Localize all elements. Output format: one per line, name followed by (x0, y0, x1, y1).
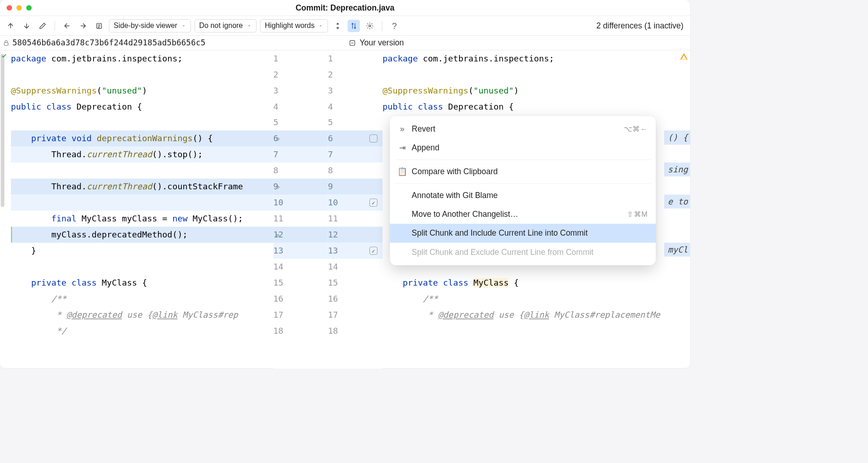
chevron-down-icon (318, 23, 323, 28)
line-number: 11 (273, 211, 328, 227)
settings-button[interactable] (364, 20, 376, 32)
code-line[interactable]: public class Deprecation { (11, 99, 273, 115)
line-number: 18 (273, 323, 328, 339)
code-line[interactable]: public class Deprecation { (383, 99, 690, 115)
code-line[interactable] (11, 163, 273, 179)
revert-icon: » (398, 124, 407, 134)
code-line[interactable]: myClass.deprecatedMethod(); (11, 226, 273, 243)
line-number: 15 (328, 275, 383, 291)
line-number: 5 (328, 115, 383, 131)
chevron-down-icon (181, 23, 186, 28)
warning-icon (680, 52, 687, 60)
line-number: 18 (328, 323, 383, 339)
line-number: 9 (328, 179, 383, 195)
menu-item-label: Move to Another Changelist… (412, 209, 518, 219)
line-number: 13 (328, 243, 383, 259)
code-line[interactable]: package com.jetbrains.inspections; (383, 50, 690, 66)
menu-item[interactable]: ⇥Append (390, 138, 656, 157)
include-chunk-checkbox[interactable] (369, 134, 377, 142)
highlight-select[interactable]: Highlight words (260, 19, 328, 33)
line-number: 1 (328, 50, 383, 66)
line-number: 6 (328, 131, 383, 147)
menu-item[interactable]: Split Chunk and Include Current Line int… (390, 224, 656, 243)
line-number: 3 (273, 83, 328, 99)
divider (55, 21, 55, 31)
line-number: 10 (273, 195, 328, 211)
include-chunk-checkbox[interactable] (369, 198, 377, 206)
prev-diff-button[interactable] (5, 20, 17, 32)
menu-item[interactable]: Annotate with Git Blame (390, 186, 656, 204)
menu-item[interactable]: 📋Compare with Clipboard (390, 162, 656, 181)
line-number: 17 (273, 307, 328, 323)
code-line[interactable]: Thread.currentThread().stop(); (11, 147, 273, 163)
apply-chunk-icon[interactable]: » (275, 134, 280, 143)
code-line[interactable]: final MyClass myClass = new MyClass(); (11, 211, 273, 227)
line-number: 7 (273, 147, 328, 163)
code-line[interactable]: private class MyClass { (383, 275, 690, 291)
titlebar: Commit: Deprecation.java (0, 0, 690, 16)
code-peek: sing (664, 163, 690, 176)
line-number: 12 (328, 226, 383, 243)
include-chunk-checkbox[interactable] (369, 247, 377, 254)
ignore-select[interactable]: Do not ignore (194, 19, 256, 33)
code-line[interactable]: /** (383, 291, 690, 307)
code-line[interactable]: @SuppressWarnings("unused") (383, 83, 690, 99)
menu-item-label: Revert (412, 124, 435, 134)
svg-rect-2 (4, 43, 8, 45)
left-pane[interactable]: package com.jetbrains.inspections;@Suppr… (0, 50, 273, 368)
line-number: 12» (273, 226, 328, 243)
help-button[interactable]: ? (388, 20, 401, 32)
code-line[interactable]: Thread.currentThread().countStackFrame (11, 179, 273, 195)
edit-button[interactable] (37, 20, 49, 32)
pane-headers: 580546b6a6a3d78c73b6f244d29185ad5b6656c5… (0, 36, 690, 50)
apply-chunk-icon[interactable]: » (275, 182, 280, 191)
maximize-icon[interactable] (26, 5, 32, 11)
window-title: Commit: Deprecation.java (296, 3, 395, 13)
code-peek: myCl (664, 243, 690, 256)
code-line[interactable]: /** (11, 291, 273, 307)
code-line[interactable]: private class MyClass { (11, 275, 273, 291)
code-line[interactable] (11, 66, 273, 83)
code-line[interactable]: * @deprecated use {@link MyClass#replace… (383, 307, 690, 323)
gear-icon (366, 22, 374, 29)
next-diff-button[interactable] (21, 20, 33, 32)
toolbar: Side-by-side viewer Do not ignore Highli… (0, 16, 690, 36)
code-line[interactable]: private void deprecationWarnings() { (11, 131, 273, 147)
collapse-button[interactable] (332, 20, 344, 32)
line-number: 14 (273, 259, 328, 275)
code-line[interactable]: @SuppressWarnings("unused") (11, 83, 273, 99)
code-line[interactable] (11, 115, 273, 131)
viewer-mode-select[interactable]: Side-by-side viewer (109, 19, 191, 33)
list-button[interactable] (93, 20, 105, 32)
code-line[interactable] (11, 259, 273, 275)
menu-item[interactable]: Move to Another Changelist…⇧⌘M (390, 205, 656, 224)
chevron-down-icon (247, 23, 252, 28)
code-line[interactable]: */ (11, 323, 273, 339)
apply-chunk-icon[interactable]: » (275, 230, 280, 239)
menu-separator (394, 160, 651, 160)
right-pane[interactable]: package com.jetbrains.inspections;@Suppr… (383, 50, 690, 368)
forward-button[interactable] (77, 20, 89, 32)
code-line[interactable]: package com.jetbrains.inspections; (11, 50, 273, 66)
menu-item-label: Annotate with Git Blame (412, 191, 498, 200)
right-version-label: Your version (360, 38, 404, 48)
code-peek: () { (664, 131, 690, 144)
code-line[interactable] (383, 66, 690, 83)
close-icon[interactable] (6, 5, 12, 11)
line-number: 2 (328, 66, 383, 83)
code-line[interactable]: * @deprecated use {@link MyClass#rep (11, 307, 273, 323)
menu-item[interactable]: »Revert⌥⌘← (390, 120, 656, 138)
window-controls (6, 5, 32, 11)
line-number: 16 (273, 291, 328, 307)
code-line[interactable] (11, 195, 273, 211)
sync-scroll-button[interactable] (348, 20, 360, 32)
diff-panes: package com.jetbrains.inspections;@Suppr… (0, 50, 690, 368)
code-line[interactable]: } (11, 243, 273, 259)
minimize-icon[interactable] (16, 5, 22, 11)
line-number: 11 (328, 211, 383, 227)
line-number: 5 (273, 115, 328, 131)
line-number: 2 (273, 66, 328, 83)
back-button[interactable] (61, 20, 73, 32)
collapse-icon[interactable] (349, 39, 356, 46)
line-number: 16 (328, 291, 383, 307)
